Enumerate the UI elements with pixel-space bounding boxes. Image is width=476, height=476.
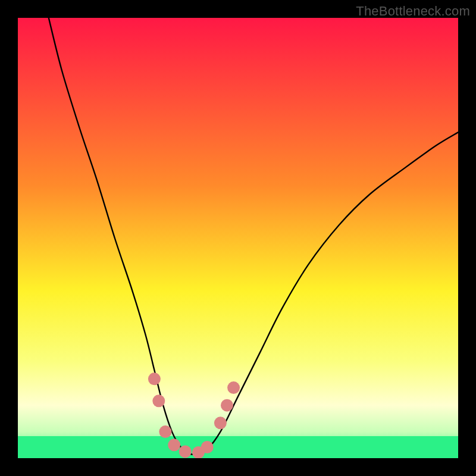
curve-marker xyxy=(152,394,165,407)
curve-marker xyxy=(221,399,233,412)
curve-marker xyxy=(227,381,240,394)
chart-frame: TheBottleneck.com xyxy=(0,0,476,476)
curve-marker xyxy=(159,425,171,438)
curve-marker xyxy=(148,372,161,385)
plot-area xyxy=(18,18,458,458)
curve-marker xyxy=(168,439,180,451)
curve-marker xyxy=(201,441,214,453)
good-zone-band xyxy=(18,436,458,458)
watermark-label: TheBottleneck.com xyxy=(356,4,470,19)
curve-marker xyxy=(214,416,227,429)
curve-marker xyxy=(179,445,192,458)
bottleneck-chart-svg xyxy=(18,18,458,458)
